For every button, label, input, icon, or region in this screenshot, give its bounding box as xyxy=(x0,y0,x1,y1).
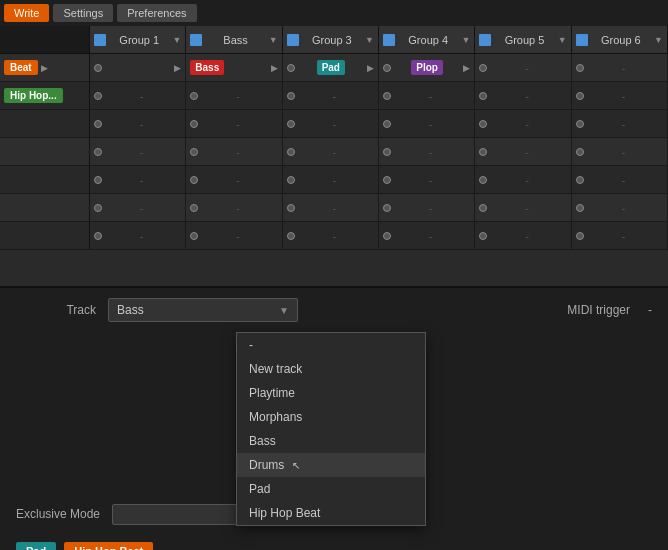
dash-empty-r1-g3: - xyxy=(391,146,470,158)
group6-cell-row1: - xyxy=(572,54,668,81)
dash-empty-r2-g1: - xyxy=(198,174,277,186)
track-row-empty-4: ------ xyxy=(0,222,668,250)
beat-button[interactable]: Beat xyxy=(4,60,38,75)
group-header-3[interactable]: Group 3 ▼ xyxy=(283,26,379,53)
dropdown-item-playtime[interactable]: Playtime xyxy=(237,381,425,405)
dot-r2-g1 xyxy=(94,92,102,100)
group3-play-row1[interactable]: ▶ xyxy=(367,63,374,73)
empty-cell-r1-g2: - xyxy=(283,138,379,165)
hiphop-button[interactable]: Hip Hop... xyxy=(4,88,63,103)
empty-cell-r1-g1: - xyxy=(186,138,282,165)
empty-cell-r0-g3: - xyxy=(379,110,475,137)
empty-cell-r4-g5: - xyxy=(572,222,668,249)
dot-empty-r3-g2 xyxy=(287,204,295,212)
group2-cell-row2: - xyxy=(186,82,282,109)
empty-cell-r0-g4: - xyxy=(475,110,571,137)
dot-r2-g4 xyxy=(383,92,391,100)
plop-track-btn[interactable]: Plop xyxy=(411,60,443,75)
group2-checkbox[interactable] xyxy=(190,34,202,46)
group-header-5[interactable]: Group 5 ▼ xyxy=(475,26,571,53)
dot-empty-r0-g4 xyxy=(479,120,487,128)
dropdown-item-hiphopbeat[interactable]: Hip Hop Beat xyxy=(237,501,425,525)
dot-empty-r3-g3 xyxy=(383,204,391,212)
empty-cell-r0-g2: - xyxy=(283,110,379,137)
dropdown-item-dash[interactable]: - xyxy=(237,333,425,357)
dot-empty-r2-g3 xyxy=(383,176,391,184)
dash-empty-r3-g3: - xyxy=(391,202,470,214)
group2-cell-row1: Bass ▶ xyxy=(186,54,282,81)
group6-dash-row1: - xyxy=(584,62,663,74)
dot-empty-r2-g2 xyxy=(287,176,295,184)
exclusive-mode-label: Exclusive Mode xyxy=(16,507,100,521)
preferences-button[interactable]: Preferences xyxy=(117,4,196,22)
pad-bottom-button[interactable]: Pad xyxy=(16,542,56,550)
top-nav: Write Settings Preferences xyxy=(0,0,668,26)
group-header-row: Group 1 ▼ Bass ▼ Group 3 ▼ Group 4 ▼ Gro… xyxy=(0,26,668,54)
group5-arrow: ▼ xyxy=(558,35,567,45)
group2-arrow: ▼ xyxy=(269,35,278,45)
dot-empty-r4-g5 xyxy=(576,232,584,240)
dash-r2-g5: - xyxy=(487,90,566,102)
track-row-empty-1: ------ xyxy=(0,138,668,166)
group6-name: Group 6 xyxy=(588,34,654,46)
dash-empty-r1-g1: - xyxy=(198,146,277,158)
dash-empty-r0-g4: - xyxy=(487,118,566,130)
group-header-4[interactable]: Group 4 ▼ xyxy=(379,26,475,53)
group1-checkbox[interactable] xyxy=(94,34,106,46)
dash-empty-r3-g0: - xyxy=(102,202,181,214)
dropdown-item-pad[interactable]: Pad xyxy=(237,477,425,501)
group-header-1[interactable]: Group 1 ▼ xyxy=(90,26,186,53)
track-select-value: Bass xyxy=(117,303,144,317)
track-row-empty-0: ------ xyxy=(0,110,668,138)
group6-checkbox[interactable] xyxy=(576,34,588,46)
dot-empty-r3-g1 xyxy=(190,204,198,212)
dot-empty-r4-g2 xyxy=(287,232,295,240)
group4-play-row1[interactable]: ▶ xyxy=(463,63,470,73)
settings-button[interactable]: Settings xyxy=(53,4,113,22)
group3-cell-row1: Pad ▶ xyxy=(283,54,379,81)
dot-empty-r0-g2 xyxy=(287,120,295,128)
dot-empty-r3-g5 xyxy=(576,204,584,212)
track-row-empty-3: ------ xyxy=(0,194,668,222)
group6-dot-row1 xyxy=(576,64,584,72)
pad-track-btn[interactable]: Pad xyxy=(317,60,345,75)
dash-r2-g2: - xyxy=(198,90,277,102)
dropdown-item-bass[interactable]: Bass xyxy=(237,429,425,453)
bass-track-btn[interactable]: Bass xyxy=(190,60,224,75)
empty-cell-r2-g1: - xyxy=(186,166,282,193)
dot-empty-r4-g4 xyxy=(479,232,487,240)
grid-area: Group 1 ▼ Bass ▼ Group 3 ▼ Group 4 ▼ Gro… xyxy=(0,26,668,286)
dropdown-item-drums[interactable]: Drums ↖ xyxy=(237,453,425,477)
group5-checkbox[interactable] xyxy=(479,34,491,46)
dot-empty-r3-g4 xyxy=(479,204,487,212)
group1-cell-row2: - xyxy=(90,82,186,109)
group1-play-row1[interactable]: ▶ xyxy=(174,63,181,73)
dropdown-item-newtrack[interactable]: New track xyxy=(237,357,425,381)
group2-play-row1[interactable]: ▶ xyxy=(271,63,278,73)
dot-empty-r1-g2 xyxy=(287,148,295,156)
group4-name: Group 4 xyxy=(395,34,461,46)
track-rows: Beat ▶ ▶ Bass ▶ Pad ▶ Plop ▶ xyxy=(0,54,668,250)
beat-play-arrow[interactable]: ▶ xyxy=(41,63,48,73)
dash-empty-r1-g2: - xyxy=(295,146,374,158)
empty-cell-r1-g5: - xyxy=(572,138,668,165)
empty-cell-r3-g3: - xyxy=(379,194,475,221)
hiphop-bottom-button[interactable]: Hip Hop Beat xyxy=(64,542,153,550)
group4-checkbox[interactable] xyxy=(383,34,395,46)
dot-empty-r0-g5 xyxy=(576,120,584,128)
group-header-6[interactable]: Group 6 ▼ xyxy=(572,26,668,53)
group4-arrow: ▼ xyxy=(461,35,470,45)
group3-checkbox[interactable] xyxy=(287,34,299,46)
empty-cell-r3-g0: - xyxy=(90,194,186,221)
dash-empty-r4-g4: - xyxy=(487,230,566,242)
dash-empty-r4-g1: - xyxy=(198,230,277,242)
dash-empty-r0-g2: - xyxy=(295,118,374,130)
dash-empty-r4-g0: - xyxy=(102,230,181,242)
track-select[interactable]: Bass ▼ xyxy=(108,298,298,322)
group-header-2[interactable]: Bass ▼ xyxy=(186,26,282,53)
dash-r2-g1: - xyxy=(102,90,181,102)
empty-cell-r3-g4: - xyxy=(475,194,571,221)
dash-empty-r1-g0: - xyxy=(102,146,181,158)
write-button[interactable]: Write xyxy=(4,4,49,22)
dropdown-item-morphans[interactable]: Morphans xyxy=(237,405,425,429)
